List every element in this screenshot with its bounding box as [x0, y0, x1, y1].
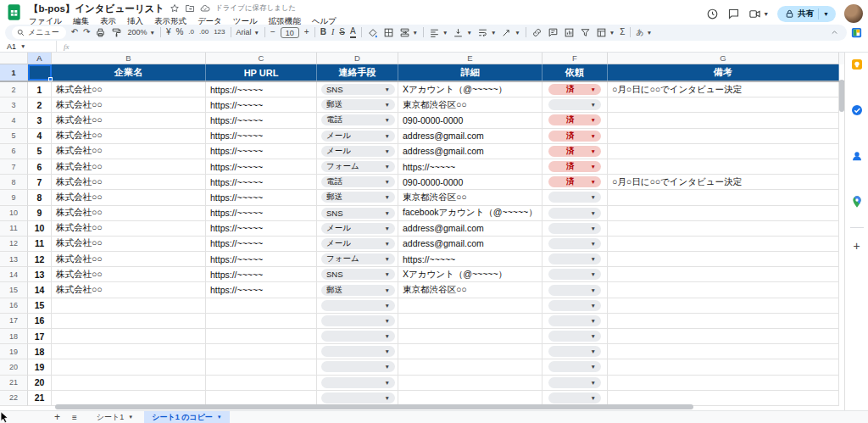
functions-button[interactable]: Σ	[620, 25, 625, 40]
avatar[interactable]	[844, 4, 863, 23]
cell-detail[interactable]: facebookアカウント（@~~~~~）	[398, 206, 542, 221]
cell-status[interactable]: 済▼	[542, 144, 608, 159]
star-icon[interactable]	[170, 3, 180, 14]
cell-url[interactable]: https://~~~~~	[206, 97, 317, 113]
method-dropdown[interactable]: ▼	[321, 331, 395, 342]
cell-detail[interactable]	[398, 344, 542, 359]
cell-number[interactable]: 13	[28, 267, 52, 282]
cell-status[interactable]: 済▼	[542, 159, 608, 175]
cell-company[interactable]: 株式会社○○	[52, 190, 206, 205]
cell-url[interactable]: https://~~~~~	[206, 221, 317, 237]
cell-url[interactable]: https://~~~~~	[206, 237, 317, 252]
method-dropdown[interactable]: 電話▼	[321, 114, 395, 125]
status-dropdown[interactable]: ▼	[548, 192, 601, 203]
cell-url[interactable]	[206, 376, 317, 391]
horizontal-align-button[interactable]: ▼	[429, 27, 448, 38]
status-dropdown[interactable]: ▼	[548, 208, 601, 219]
cell-number[interactable]: 3	[28, 113, 52, 128]
cell-note[interactable]	[608, 267, 839, 282]
selected-cell-a1[interactable]	[28, 64, 52, 81]
cell-number[interactable]: 10	[28, 221, 52, 237]
cell-url[interactable]: https://~~~~~	[206, 267, 317, 282]
cell-number[interactable]: 2	[28, 97, 52, 113]
cell-status[interactable]: ▼	[542, 376, 608, 391]
cell-status[interactable]: ▼	[542, 298, 608, 314]
header-contact-method[interactable]: 連絡手段	[317, 64, 398, 81]
method-dropdown[interactable]: SNS▼	[321, 269, 395, 280]
row-header[interactable]: 18	[0, 329, 28, 344]
cell-detail[interactable]: address@gmail.com	[398, 237, 542, 252]
cell-note[interactable]	[608, 159, 839, 175]
cell-method[interactable]: 電話▼	[317, 175, 398, 190]
cell-status[interactable]: 済▼	[542, 129, 608, 144]
cell-url[interactable]: https://~~~~~	[206, 144, 317, 159]
cell-number[interactable]: 20	[28, 376, 52, 391]
fill-handle[interactable]	[48, 77, 53, 81]
cell-method[interactable]: SNS▼	[317, 82, 398, 97]
cell-url[interactable]: https://~~~~~	[206, 175, 317, 190]
cell-company[interactable]: 株式会社○○	[52, 221, 206, 237]
cell-url[interactable]: https://~~~~~	[206, 159, 317, 175]
row-header[interactable]: 22	[0, 391, 28, 406]
side-panel-icon[interactable]	[850, 26, 863, 39]
cell-status[interactable]: ▼	[542, 267, 608, 282]
cell-status[interactable]: ▼	[542, 206, 608, 221]
increase-font-size-button[interactable]: +	[304, 25, 309, 40]
cell-number[interactable]: 12	[28, 252, 52, 267]
header-request[interactable]: 依頼	[542, 64, 608, 81]
status-dropdown[interactable]: ▼	[548, 377, 601, 388]
cell-method[interactable]: 郵送▼	[317, 97, 398, 113]
column-header-g[interactable]: G	[608, 53, 839, 64]
column-header-c[interactable]: C	[206, 53, 317, 64]
cell-method[interactable]: SNS▼	[317, 206, 398, 221]
row-header[interactable]: 10	[0, 206, 28, 221]
cell-number[interactable]: 11	[28, 237, 52, 252]
row-header[interactable]: 16	[0, 298, 28, 314]
cell-method[interactable]: ▼	[317, 329, 398, 344]
row-header[interactable]: 5	[0, 129, 28, 144]
column-header-a[interactable]: A	[28, 53, 52, 64]
cell-company[interactable]: 株式会社○○	[52, 237, 206, 252]
row-header[interactable]: 8	[0, 175, 28, 190]
header-note[interactable]: 備考	[608, 64, 839, 81]
keep-icon[interactable]	[850, 58, 864, 71]
text-wrap-button[interactable]: ▼	[477, 27, 496, 38]
method-dropdown[interactable]: フォーム▼	[321, 161, 395, 172]
cell-url[interactable]	[206, 359, 317, 375]
row-header[interactable]: 1	[0, 64, 28, 81]
status-dropdown[interactable]: ▼	[548, 331, 601, 342]
add-sheet-button[interactable]: +	[54, 411, 60, 423]
text-rotation-button[interactable]: ▼	[501, 27, 520, 38]
cell-method[interactable]: メール▼	[317, 237, 398, 252]
cell-company[interactable]: 株式会社○○	[52, 252, 206, 267]
name-box[interactable]: A1 ▼	[7, 42, 51, 51]
cell-number[interactable]: 19	[28, 359, 52, 375]
cell-number[interactable]: 14	[28, 282, 52, 298]
cell-detail[interactable]: 090-0000-0000	[398, 175, 542, 190]
cell-method[interactable]: 郵送▼	[317, 190, 398, 205]
method-dropdown[interactable]: ▼	[321, 392, 395, 404]
cell-note[interactable]: ○月○日に○○でインタビュー決定	[608, 175, 839, 190]
status-dropdown[interactable]: 済▼	[548, 146, 601, 157]
cell-status[interactable]: ▼	[542, 359, 608, 375]
method-dropdown[interactable]: 電話▼	[321, 176, 395, 187]
cell-url[interactable]: https://~~~~~	[206, 190, 317, 205]
select-all-corner[interactable]	[0, 53, 28, 64]
join-call-button[interactable]: ▼	[748, 8, 769, 20]
cell-url[interactable]	[206, 344, 317, 359]
cell-number[interactable]: 21	[28, 391, 52, 406]
move-folder-icon[interactable]	[185, 3, 195, 14]
cell-status[interactable]: ▼	[542, 221, 608, 237]
collapse-toolbar-icon[interactable]	[829, 27, 840, 38]
cell-note[interactable]	[608, 344, 839, 359]
cell-company[interactable]: 株式会社○○	[52, 113, 206, 128]
cell-company[interactable]: 株式会社○○	[52, 82, 206, 97]
cloud-saved-icon[interactable]	[200, 3, 210, 14]
decrease-decimal-button[interactable]: .0	[188, 25, 194, 40]
cell-company[interactable]	[52, 329, 206, 344]
cell-note[interactable]	[608, 252, 839, 267]
cell-detail[interactable]: 東京都渋谷区○○	[398, 190, 542, 205]
font-size-input[interactable]: 10	[281, 27, 299, 38]
cell-note[interactable]	[608, 144, 839, 159]
insert-chart-button[interactable]	[564, 27, 575, 38]
